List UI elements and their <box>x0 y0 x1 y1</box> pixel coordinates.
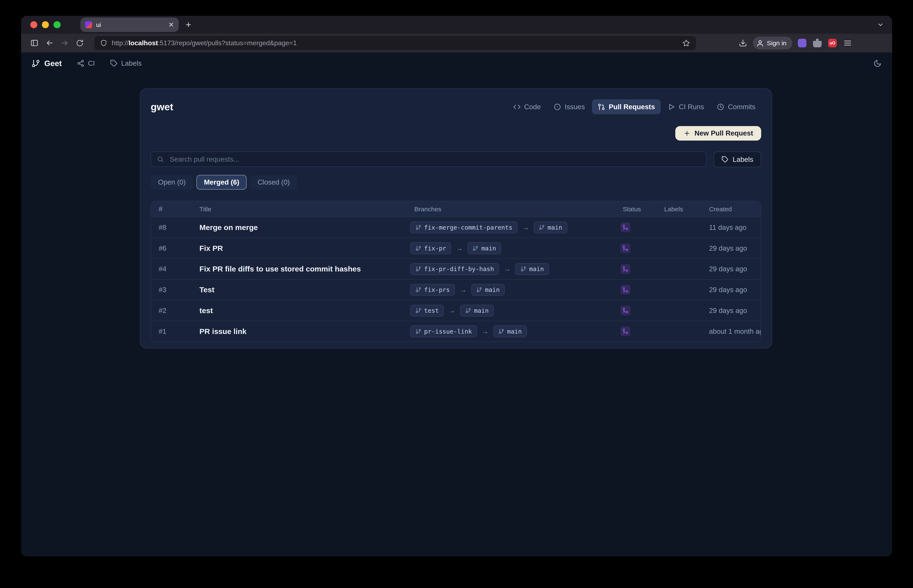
zoom-window-button[interactable] <box>53 21 60 28</box>
tab-list-chevron-icon[interactable] <box>877 21 884 28</box>
menu-hamburger-icon[interactable] <box>840 36 855 51</box>
pr-status-cell <box>615 326 657 337</box>
table-row[interactable]: #1 PR issue link pr-issue-link → main ab… <box>151 321 761 342</box>
pr-created: 29 days ago <box>701 265 761 273</box>
brand-logo[interactable]: Geet <box>31 59 62 68</box>
pr-title-link[interactable]: Fix PR file diffs to use stored commit h… <box>192 265 407 273</box>
tab-title: ui <box>96 21 164 28</box>
labels-filter-button[interactable]: Labels <box>714 152 761 167</box>
branch-icon <box>416 246 421 251</box>
pull-request-icon <box>597 103 605 111</box>
target-branch-chip: main <box>493 325 527 338</box>
back-button[interactable] <box>42 36 57 51</box>
downloads-icon[interactable] <box>735 36 751 51</box>
header-status: Status <box>615 205 657 213</box>
pr-number: #1 <box>151 328 192 336</box>
reload-button[interactable] <box>72 36 87 51</box>
code-icon <box>513 103 521 111</box>
pr-branches: test → main <box>407 305 615 317</box>
bookmark-star-icon[interactable] <box>682 39 690 47</box>
table-row[interactable]: #4 Fix PR file diffs to use stored commi… <box>151 258 761 279</box>
pr-number: #2 <box>151 307 192 315</box>
pr-title-link[interactable]: test <box>192 306 407 315</box>
tab-favicon-icon <box>85 21 92 28</box>
filter-closed[interactable]: Closed (0) <box>250 175 297 190</box>
merged-status-icon <box>620 326 630 336</box>
ublock-extension-icon[interactable]: uO <box>825 36 840 51</box>
theme-toggle-button[interactable] <box>873 59 882 68</box>
target-branch-chip: main <box>534 221 567 233</box>
arrow-right-icon: → <box>456 244 463 252</box>
search-box <box>151 152 706 167</box>
app-navbar: Geet CI Labels <box>21 52 892 75</box>
sidebar-toggle-icon[interactable] <box>27 36 42 51</box>
arrow-right-icon: → <box>460 286 466 294</box>
merged-status-icon <box>620 285 630 295</box>
branch-icon <box>473 246 478 251</box>
pr-status-cell <box>615 264 657 274</box>
search-icon <box>157 156 164 163</box>
nav-item-labels[interactable]: Labels <box>110 59 142 67</box>
table-row[interactable]: #3 Test fix-prs → main 29 days ago <box>151 279 761 300</box>
pr-status-cell <box>615 243 657 254</box>
tab-ci-runs[interactable]: CI Runs <box>662 99 710 114</box>
moon-icon <box>873 59 882 68</box>
address-bar[interactable]: http://localhost:5173/repo/gwet/pulls?st… <box>94 36 696 50</box>
arrow-right-icon: → <box>482 328 489 336</box>
table-header: # Title Branches Status Labels Created <box>151 201 761 217</box>
new-tab-button[interactable]: + <box>186 20 191 29</box>
new-pull-request-button[interactable]: New Pull Request <box>675 126 761 141</box>
filter-merged[interactable]: Merged (6) <box>196 175 246 190</box>
pr-title-link[interactable]: Merge on merge <box>192 223 407 232</box>
close-window-button[interactable] <box>30 21 37 28</box>
pr-number: #4 <box>151 265 192 273</box>
header-labels: Labels <box>657 205 701 213</box>
minimize-window-button[interactable] <box>42 21 49 28</box>
target-branch-chip: main <box>471 284 505 296</box>
tab-pull-requests[interactable]: Pull Requests <box>592 99 661 114</box>
shield-icon[interactable] <box>100 40 107 47</box>
search-input[interactable] <box>168 155 700 164</box>
pr-table-body: #8 Merge on merge fix-merge-commit-paren… <box>151 217 761 342</box>
ghostery-extension-icon[interactable] <box>795 36 810 51</box>
table-row[interactable]: #6 Fix PR fix-pr → main 29 days ago <box>151 237 761 258</box>
header-number: # <box>151 205 192 213</box>
target-branch-chip: main <box>515 263 549 275</box>
pr-created: 29 days ago <box>701 286 761 294</box>
sign-in-button[interactable]: Sign in <box>753 37 792 50</box>
pr-title-link[interactable]: Test <box>192 285 407 294</box>
browser-toolbar: http://localhost:5173/repo/gwet/pulls?st… <box>21 34 892 52</box>
pr-number: #3 <box>151 286 192 294</box>
arrow-right-icon: → <box>503 265 511 273</box>
arrow-right-icon: → <box>522 223 529 231</box>
pr-branches: fix-pr-diff-by-hash → main <box>407 263 615 275</box>
header-branches: Branches <box>407 205 615 213</box>
page-content: Geet CI Labels gwet <box>21 52 892 556</box>
pr-branches: fix-merge-commit-parents → main <box>407 221 615 233</box>
tab-commits[interactable]: Commits <box>711 99 761 114</box>
browser-tab[interactable]: ui ✕ <box>81 18 179 32</box>
branch-icon <box>416 308 421 313</box>
repo-tabs: Code Issues Pull Requests CI Runs <box>507 99 761 114</box>
tag-icon <box>110 60 118 67</box>
filter-open[interactable]: Open (0) <box>151 175 193 190</box>
tab-code[interactable]: Code <box>507 99 547 114</box>
arrow-right-icon: → <box>448 307 455 315</box>
url-text: http://localhost:5173/repo/gwet/pulls?st… <box>112 39 678 47</box>
nav-item-ci[interactable]: CI <box>77 59 95 67</box>
source-branch-chip: fix-pr <box>410 242 451 254</box>
pr-title-link[interactable]: Fix PR <box>192 244 407 253</box>
table-row[interactable]: #2 test test → main 29 days ago <box>151 300 761 321</box>
tab-close-icon[interactable]: ✕ <box>168 21 174 29</box>
desktop: ui ✕ + <box>0 0 913 588</box>
pr-created: 29 days ago <box>701 244 761 252</box>
merged-status-icon <box>620 243 630 253</box>
pr-title-link[interactable]: PR issue link <box>192 327 407 336</box>
table-row[interactable]: #8 Merge on merge fix-merge-commit-paren… <box>151 217 761 237</box>
browser-window: ui ✕ + <box>21 16 892 556</box>
merged-status-icon <box>620 223 630 233</box>
forward-button[interactable] <box>57 36 72 51</box>
tab-issues[interactable]: Issues <box>548 99 591 114</box>
source-branch-chip: fix-merge-commit-parents <box>410 221 517 233</box>
extensions-puzzle-icon[interactable] <box>810 36 825 51</box>
